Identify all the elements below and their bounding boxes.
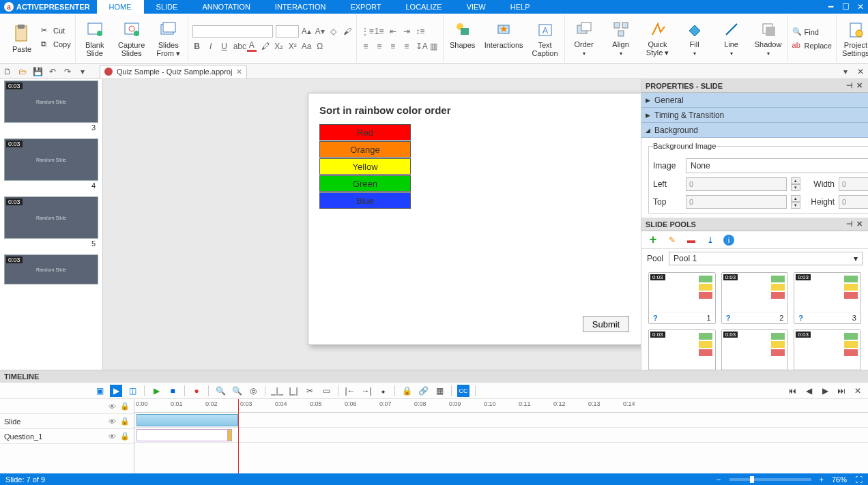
tl-snap2-icon[interactable]: →| (360, 385, 373, 397)
case-icon[interactable]: Aa (302, 42, 311, 51)
pin-icon[interactable]: ⊣ (845, 81, 854, 90)
tl-lock-icon[interactable]: 🔒 (401, 385, 413, 397)
format-painter-icon[interactable]: 🖌 (343, 27, 352, 36)
cut-button[interactable]: ✂Cut (41, 25, 71, 37)
underline-icon[interactable]: U (220, 42, 229, 51)
tl-mode3-icon[interactable]: ◫ (126, 385, 139, 397)
replace-button[interactable]: abReplace (792, 40, 832, 52)
pool-delete-icon[interactable]: ▬ (685, 234, 697, 246)
lock-icon[interactable]: 🔒 (120, 402, 130, 411)
font-family-select[interactable] (192, 25, 273, 38)
thumb-partial[interactable]: 0:03Random Slide (4, 254, 98, 284)
pool-thumb-3[interactable]: 0:03?3 (794, 272, 861, 324)
paste-button[interactable]: Paste (7, 25, 37, 53)
open-icon[interactable]: 🗁 (15, 64, 30, 79)
thumb-4[interactable]: 0:03Random Slide4 (4, 138, 98, 190)
bg-top-input[interactable] (686, 195, 787, 209)
tab-help[interactable]: HELP (498, 0, 542, 14)
section-background[interactable]: ◢Background (641, 123, 868, 138)
section-general[interactable]: ▶General (641, 93, 868, 108)
thumb-3[interactable]: 0:03Random Slide3 (4, 80, 98, 132)
bg-width-input[interactable] (839, 177, 868, 191)
zoom-in-icon[interactable]: + (820, 475, 824, 484)
font-color-icon[interactable]: A (247, 40, 257, 52)
grow-font-icon[interactable]: A▴ (302, 27, 311, 36)
pool-thumb-6[interactable]: 0:03?6 (794, 329, 861, 370)
new-icon[interactable]: 🗋 (0, 64, 15, 79)
align-button[interactable]: Align▾ (606, 20, 636, 58)
opt-green[interactable]: Green (319, 175, 411, 192)
interactions-button[interactable]: ★Interactions (484, 20, 523, 57)
font-size-select[interactable] (276, 25, 299, 38)
track-slide[interactable]: Slide👁🔒 (0, 414, 134, 429)
playhead[interactable] (238, 399, 239, 473)
tab-slide[interactable]: SLIDE (144, 0, 190, 14)
tl-group-icon[interactable]: ▦ (433, 385, 446, 397)
numbering-icon[interactable]: 1≡ (375, 27, 384, 36)
blank-slide-button[interactable]: Blank Slide (80, 20, 110, 57)
shrink-font-icon[interactable]: A▾ (315, 27, 325, 36)
columns-icon[interactable]: ▥ (429, 42, 439, 51)
pool-select[interactable]: Pool 1▾ (669, 252, 863, 265)
zoom-out-icon[interactable]: − (717, 475, 721, 484)
timeline-tracks[interactable]: 0:000:010:020:030:040:050:060:070:080:09… (134, 399, 868, 473)
tab-view[interactable]: VIEW (454, 0, 498, 14)
window-close-icon[interactable]: ✕ (853, 0, 868, 14)
tl-mode2-icon[interactable]: ▶ (110, 385, 122, 397)
thumb-5[interactable]: 0:03Random Slide5 (4, 196, 98, 248)
tl-link-icon[interactable]: 🔗 (417, 385, 429, 397)
align-left-icon[interactable]: ≡ (361, 42, 371, 51)
pin-icon[interactable]: ⊣ (845, 220, 854, 229)
capture-slides-button[interactable]: Capture Slides (117, 20, 147, 57)
quick-style-button[interactable]: Quick Style ▾ (643, 20, 673, 58)
ribbon-close-icon[interactable]: ✕ (853, 64, 868, 79)
tl-prev-icon[interactable]: ◀ (802, 385, 815, 397)
tab-home[interactable]: HOME (97, 0, 144, 14)
shapes-button[interactable]: Shapes (448, 20, 478, 57)
fill-button[interactable]: Fill▾ (680, 20, 710, 58)
zoom-fit-icon[interactable]: ⛶ (855, 475, 863, 484)
lock-icon[interactable]: 🔒 (120, 432, 130, 441)
text-direction-icon[interactable]: ↧A (416, 42, 425, 51)
clear-format-icon[interactable]: ◇ (329, 27, 338, 36)
tl-zoomfit-icon[interactable]: ◎ (247, 385, 259, 397)
indent-inc-icon[interactable]: ⇥ (402, 27, 411, 36)
slides-from-button[interactable]: Slides From ▾ (154, 20, 184, 57)
tl-close-icon[interactable]: ✕ (852, 385, 864, 397)
order-button[interactable]: Order▾ (569, 20, 599, 58)
pool-edit-icon[interactable]: ✎ (666, 234, 678, 246)
ribbon-collapse-icon[interactable]: ▾ (838, 64, 853, 79)
tl-play-icon[interactable]: ▶ (150, 385, 162, 397)
slide-editor[interactable]: Sort in rainbow color order Red Orange Y… (308, 93, 641, 345)
pool-thumb-2[interactable]: 0:03?2 (721, 272, 789, 324)
shadow-button[interactable]: Shadow▾ (753, 20, 783, 58)
tl-last-icon[interactable]: ⏭ (835, 385, 848, 397)
tab-export[interactable]: EXPORT (338, 0, 393, 14)
pool-add-icon[interactable]: + (647, 234, 659, 246)
opt-yellow[interactable]: Yellow (319, 158, 411, 175)
close-panel-icon[interactable]: ✕ (854, 81, 864, 90)
pool-thumb-1[interactable]: 0:03?1 (648, 272, 716, 324)
slide-thumbnails[interactable]: 0:03Random Slide3 0:03Random Slide4 0:03… (0, 79, 103, 370)
bg-image-select[interactable]: None (686, 158, 868, 173)
section-timing[interactable]: ▶Timing & Transition (641, 108, 868, 123)
undo-icon[interactable]: ↶ (45, 64, 60, 79)
tl-record-icon[interactable]: ● (190, 385, 203, 397)
redo-icon[interactable]: ↷ (60, 64, 75, 79)
pool-thumb-4[interactable]: 0:03?4 (648, 329, 716, 370)
opt-blue[interactable]: Blue (319, 192, 411, 209)
submit-button[interactable]: Submit (583, 316, 629, 332)
lock-icon[interactable]: 🔒 (120, 417, 130, 426)
tab-interaction[interactable]: INTERACTION (263, 0, 338, 14)
tl-mark-icon[interactable]: ⬥ (377, 385, 389, 397)
bg-height-input[interactable] (839, 195, 868, 209)
indent-dec-icon[interactable]: ⇤ (388, 27, 398, 36)
bullets-icon[interactable]: ⋮≡ (361, 27, 371, 36)
subscript-icon[interactable]: X₂ (274, 42, 284, 51)
italic-icon[interactable]: I (206, 42, 216, 51)
canvas[interactable]: Sort in rainbow color order Red Orange Y… (103, 79, 641, 370)
track-question[interactable]: Question_1👁🔒 (0, 429, 134, 444)
tl-next-icon[interactable]: ▶ (819, 385, 831, 397)
tl-first-icon[interactable]: ⏮ (786, 385, 798, 397)
project-settings-button[interactable]: Project Settings (841, 20, 868, 57)
